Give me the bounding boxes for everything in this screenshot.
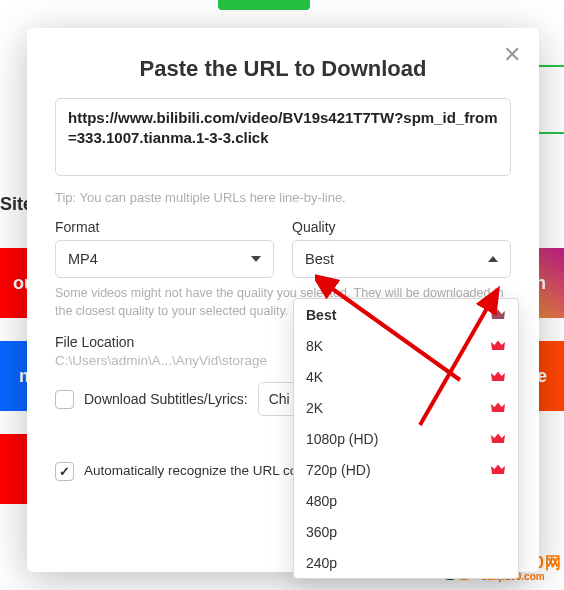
quality-option-720phd[interactable]: 720p (HD) xyxy=(294,454,518,485)
option-label: 240p xyxy=(306,555,337,571)
option-label: 720p (HD) xyxy=(306,462,371,478)
bg-green-button xyxy=(218,0,310,10)
format-select[interactable]: MP4 xyxy=(55,240,274,278)
format-label: Format xyxy=(55,219,274,235)
quality-dropdown: Best8K4K2K1080p (HD)720p (HD)480p360p240… xyxy=(293,298,519,579)
quality-option-1080phd[interactable]: 1080p (HD) xyxy=(294,423,518,454)
crown-icon xyxy=(490,463,506,476)
subtitles-label: Download Subtitles/Lyrics: xyxy=(84,391,248,407)
download-modal: ✕ Paste the URL to Download Tip: You can… xyxy=(27,28,539,572)
format-value: MP4 xyxy=(68,251,98,267)
option-label: 2K xyxy=(306,400,323,416)
quality-value: Best xyxy=(305,251,334,267)
tip-text: Tip: You can paste multiple URLs here li… xyxy=(55,190,511,205)
chevron-up-icon xyxy=(488,256,498,262)
quality-option-360p[interactable]: 360p xyxy=(294,516,518,547)
chevron-down-icon xyxy=(251,256,261,262)
close-icon[interactable]: ✕ xyxy=(503,42,521,68)
crown-icon xyxy=(490,308,506,321)
url-input[interactable] xyxy=(55,98,511,176)
option-label: Best xyxy=(306,307,336,323)
option-label: 4K xyxy=(306,369,323,385)
quality-option-240p[interactable]: 240p xyxy=(294,547,518,578)
crown-icon xyxy=(490,339,506,352)
quality-label: Quality xyxy=(292,219,511,235)
option-label: 360p xyxy=(306,524,337,540)
quality-select[interactable]: Best xyxy=(292,240,511,278)
option-label: 8K xyxy=(306,338,323,354)
modal-title: Paste the URL to Download xyxy=(27,56,539,82)
crown-icon xyxy=(490,401,506,414)
subtitles-checkbox[interactable] xyxy=(55,390,74,409)
quality-option-4k[interactable]: 4K xyxy=(294,361,518,392)
quality-option-2k[interactable]: 2K xyxy=(294,392,518,423)
quality-option-8k[interactable]: 8K xyxy=(294,330,518,361)
option-label: 480p xyxy=(306,493,337,509)
option-label: 1080p (HD) xyxy=(306,431,378,447)
crown-icon xyxy=(490,432,506,445)
crown-icon xyxy=(490,370,506,383)
quality-option-best[interactable]: Best xyxy=(294,299,518,330)
auto-recognize-checkbox[interactable] xyxy=(55,462,74,481)
quality-option-480p[interactable]: 480p xyxy=(294,485,518,516)
